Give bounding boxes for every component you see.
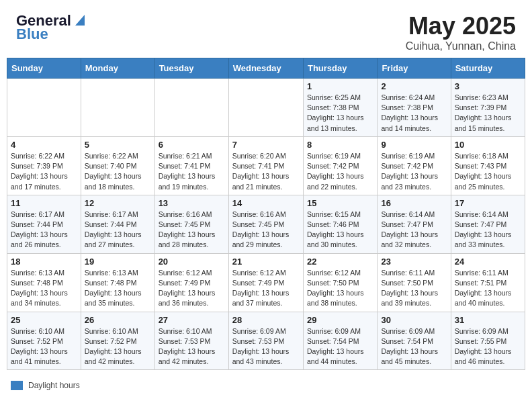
day-info: Sunrise: 6:21 AM Sunset: 7:41 PM Dayligh… (159, 151, 225, 192)
day-number: 5 (85, 140, 151, 150)
day-number: 11 (11, 198, 77, 208)
day-number: 22 (307, 257, 373, 267)
legend: Daylight hours (0, 377, 532, 390)
day-number: 24 (455, 257, 521, 267)
calendar-cell: 4Sunrise: 6:22 AM Sunset: 7:39 PM Daylig… (7, 136, 81, 195)
logo-text-blue: Blue (16, 26, 48, 43)
calendar-cell: 27Sunrise: 6:10 AM Sunset: 7:53 PM Dayli… (154, 312, 228, 370)
calendar-cell: 20Sunrise: 6:12 AM Sunset: 7:49 PM Dayli… (154, 253, 228, 312)
day-number: 29 (307, 315, 373, 325)
calendar-cell: 1Sunrise: 6:25 AM Sunset: 7:38 PM Daylig… (303, 79, 377, 137)
day-info: Sunrise: 6:09 AM Sunset: 7:54 PM Dayligh… (381, 326, 447, 367)
day-number: 12 (85, 198, 151, 208)
day-number: 1 (307, 81, 373, 91)
calendar-cell: 29Sunrise: 6:09 AM Sunset: 7:54 PM Dayli… (303, 312, 377, 370)
calendar-cell: 3Sunrise: 6:23 AM Sunset: 7:39 PM Daylig… (451, 79, 525, 137)
day-number: 27 (159, 315, 225, 325)
day-info: Sunrise: 6:22 AM Sunset: 7:40 PM Dayligh… (85, 151, 151, 192)
day-info: Sunrise: 6:12 AM Sunset: 7:49 PM Dayligh… (159, 268, 225, 309)
day-info: Sunrise: 6:09 AM Sunset: 7:53 PM Dayligh… (232, 326, 300, 367)
weekday-header: Saturday (451, 58, 525, 79)
day-number: 19 (85, 257, 151, 267)
calendar-header: SundayMondayTuesdayWednesdayThursdayFrid… (7, 58, 525, 79)
day-info: Sunrise: 6:10 AM Sunset: 7:52 PM Dayligh… (85, 326, 151, 367)
day-number: 3 (455, 81, 521, 91)
calendar-table: SundayMondayTuesdayWednesdayThursdayFrid… (7, 58, 525, 370)
calendar-cell: 23Sunrise: 6:11 AM Sunset: 7:50 PM Dayli… (378, 253, 451, 312)
day-info: Sunrise: 6:12 AM Sunset: 7:49 PM Dayligh… (232, 268, 300, 309)
day-info: Sunrise: 6:18 AM Sunset: 7:43 PM Dayligh… (455, 151, 521, 192)
day-number: 2 (381, 81, 447, 91)
calendar-cell: 10Sunrise: 6:18 AM Sunset: 7:43 PM Dayli… (451, 136, 525, 195)
legend-color-box (11, 381, 23, 390)
calendar-cell: 13Sunrise: 6:16 AM Sunset: 7:45 PM Dayli… (154, 195, 228, 253)
day-number: 17 (455, 198, 521, 208)
day-info: Sunrise: 6:10 AM Sunset: 7:52 PM Dayligh… (11, 326, 77, 367)
day-info: Sunrise: 6:16 AM Sunset: 7:45 PM Dayligh… (159, 210, 225, 250)
calendar-cell: 18Sunrise: 6:13 AM Sunset: 7:48 PM Dayli… (7, 253, 81, 312)
day-info: Sunrise: 6:14 AM Sunset: 7:47 PM Dayligh… (381, 210, 447, 250)
calendar-cell: 30Sunrise: 6:09 AM Sunset: 7:54 PM Dayli… (378, 312, 451, 370)
calendar-wrapper: SundayMondayTuesdayWednesdayThursdayFrid… (0, 58, 532, 377)
day-number: 25 (11, 315, 77, 325)
calendar-cell: 12Sunrise: 6:17 AM Sunset: 7:44 PM Dayli… (81, 195, 154, 253)
calendar-cell: 15Sunrise: 6:15 AM Sunset: 7:46 PM Dayli… (303, 195, 377, 253)
subtitle: Cuihua, Yunnan, China (406, 40, 516, 52)
day-number: 7 (232, 140, 300, 150)
main-title: May 2025 (406, 12, 516, 40)
calendar-cell: 8Sunrise: 6:19 AM Sunset: 7:42 PM Daylig… (303, 136, 377, 195)
day-number: 20 (159, 257, 225, 267)
calendar-cell: 31Sunrise: 6:09 AM Sunset: 7:55 PM Dayli… (451, 312, 525, 370)
day-info: Sunrise: 6:09 AM Sunset: 7:54 PM Dayligh… (307, 326, 373, 367)
calendar-cell: 28Sunrise: 6:09 AM Sunset: 7:53 PM Dayli… (228, 312, 303, 370)
day-number: 14 (232, 198, 300, 208)
day-info: Sunrise: 6:13 AM Sunset: 7:48 PM Dayligh… (85, 268, 151, 309)
day-info: Sunrise: 6:12 AM Sunset: 7:50 PM Dayligh… (307, 268, 373, 309)
day-number: 9 (381, 140, 447, 150)
logo-icon (73, 12, 87, 27)
calendar-cell: 11Sunrise: 6:17 AM Sunset: 7:44 PM Dayli… (7, 195, 81, 253)
svg-marker-0 (75, 15, 85, 26)
calendar-cell: 14Sunrise: 6:16 AM Sunset: 7:45 PM Dayli… (228, 195, 303, 253)
weekday-header: Sunday (7, 58, 81, 79)
calendar-cell: 7Sunrise: 6:20 AM Sunset: 7:41 PM Daylig… (228, 136, 303, 195)
weekday-header: Wednesday (228, 58, 303, 79)
day-info: Sunrise: 6:23 AM Sunset: 7:39 PM Dayligh… (455, 93, 521, 134)
calendar-cell: 5Sunrise: 6:22 AM Sunset: 7:40 PM Daylig… (81, 136, 154, 195)
calendar-cell: 19Sunrise: 6:13 AM Sunset: 7:48 PM Dayli… (81, 253, 154, 312)
day-info: Sunrise: 6:25 AM Sunset: 7:38 PM Dayligh… (307, 93, 373, 134)
calendar-cell: 26Sunrise: 6:10 AM Sunset: 7:52 PM Dayli… (81, 312, 154, 370)
day-info: Sunrise: 6:22 AM Sunset: 7:39 PM Dayligh… (11, 151, 77, 192)
calendar-cell: 6Sunrise: 6:21 AM Sunset: 7:41 PM Daylig… (154, 136, 228, 195)
calendar-cell: 17Sunrise: 6:14 AM Sunset: 7:47 PM Dayli… (451, 195, 525, 253)
title-block: May 2025 Cuihua, Yunnan, China (406, 12, 516, 52)
day-number: 31 (455, 315, 521, 325)
day-number: 15 (307, 198, 373, 208)
calendar-cell (7, 79, 81, 137)
day-info: Sunrise: 6:20 AM Sunset: 7:41 PM Dayligh… (232, 151, 300, 192)
day-info: Sunrise: 6:13 AM Sunset: 7:48 PM Dayligh… (11, 268, 77, 309)
calendar-cell: 9Sunrise: 6:19 AM Sunset: 7:42 PM Daylig… (378, 136, 451, 195)
day-info: Sunrise: 6:19 AM Sunset: 7:42 PM Dayligh… (307, 151, 373, 192)
day-number: 28 (232, 315, 300, 325)
calendar-cell: 21Sunrise: 6:12 AM Sunset: 7:49 PM Dayli… (228, 253, 303, 312)
calendar-cell: 22Sunrise: 6:12 AM Sunset: 7:50 PM Dayli… (303, 253, 377, 312)
calendar-cell: 24Sunrise: 6:11 AM Sunset: 7:51 PM Dayli… (451, 253, 525, 312)
day-info: Sunrise: 6:24 AM Sunset: 7:38 PM Dayligh… (381, 93, 447, 134)
day-info: Sunrise: 6:11 AM Sunset: 7:50 PM Dayligh… (381, 268, 447, 309)
day-info: Sunrise: 6:14 AM Sunset: 7:47 PM Dayligh… (455, 210, 521, 250)
day-info: Sunrise: 6:10 AM Sunset: 7:53 PM Dayligh… (159, 326, 225, 367)
day-number: 4 (11, 140, 77, 150)
legend-label: Daylight hours (28, 381, 80, 390)
day-number: 8 (307, 140, 373, 150)
day-info: Sunrise: 6:19 AM Sunset: 7:42 PM Dayligh… (381, 151, 447, 192)
day-number: 10 (455, 140, 521, 150)
day-number: 21 (232, 257, 300, 267)
day-info: Sunrise: 6:17 AM Sunset: 7:44 PM Dayligh… (11, 210, 77, 250)
day-number: 30 (381, 315, 447, 325)
page-header: General Blue May 2025 Cuihua, Yunnan, Ch… (0, 0, 532, 58)
weekday-header: Thursday (303, 58, 377, 79)
day-number: 26 (85, 315, 151, 325)
weekday-header: Tuesday (154, 58, 228, 79)
day-info: Sunrise: 6:16 AM Sunset: 7:45 PM Dayligh… (232, 210, 300, 250)
